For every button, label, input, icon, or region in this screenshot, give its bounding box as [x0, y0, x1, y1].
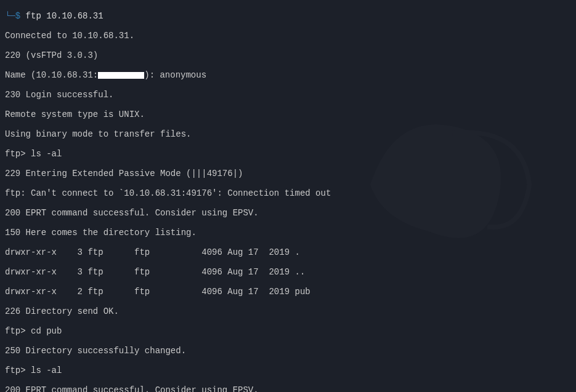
- redacted-user: [98, 72, 144, 79]
- ftp-output: ftp> cd pub: [5, 326, 571, 336]
- ftp-output: Name (10.10.68.31:): anonymous: [5, 70, 571, 80]
- prompt-glyph: └─: [5, 11, 15, 21]
- prompt-line-1: └─$ ftp 10.10.68.31: [5, 11, 571, 21]
- ftp-output: Connected to 10.10.68.31.: [5, 31, 571, 41]
- ftp-output: ftp: Can't connect to `10.10.68.31:49176…: [5, 188, 571, 198]
- terminal-output[interactable]: └─$ ftp 10.10.68.31 Connected to 10.10.6…: [5, 1, 571, 392]
- ftp-output: ftp> ls -al: [5, 149, 571, 159]
- ftp-command: ftp 10.10.68.31: [20, 11, 103, 21]
- ftp-output: 200 EPRT command successful. Consider us…: [5, 208, 571, 218]
- ftp-output: drwxr-xr-x 3 ftp ftp 4096 Aug 17 2019 .: [5, 247, 571, 257]
- prompt-dollar: $: [15, 11, 20, 21]
- ftp-output: 226 Directory send OK.: [5, 306, 571, 316]
- ftp-output: 230 Login successful.: [5, 90, 571, 100]
- ftp-output: 150 Here comes the directory listing.: [5, 228, 571, 238]
- ftp-output: Remote system type is UNIX.: [5, 110, 571, 119]
- ftp-output: drwxr-xr-x 2 ftp ftp 4096 Aug 17 2019 pu…: [5, 287, 571, 297]
- ftp-output: Using binary mode to transfer files.: [5, 129, 571, 139]
- ftp-output: ftp> ls -al: [5, 366, 571, 375]
- ftp-output: 250 Directory successfully changed.: [5, 346, 571, 356]
- ftp-output: 200 EPRT command successful. Consider us…: [5, 385, 571, 392]
- ftp-output: 229 Entering Extended Passive Mode (|||4…: [5, 169, 571, 178]
- ftp-output: 220 (vsFTPd 3.0.3): [5, 50, 571, 60]
- ftp-output: drwxr-xr-x 3 ftp ftp 4096 Aug 17 2019 ..: [5, 267, 571, 277]
